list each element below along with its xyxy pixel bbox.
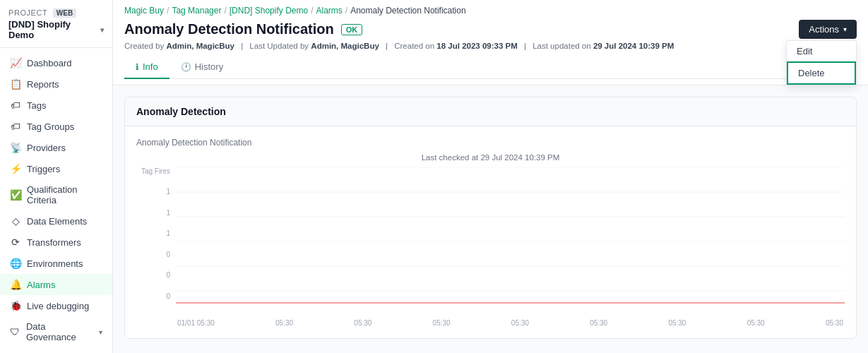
tag-groups-icon: 🏷 bbox=[10, 121, 21, 132]
alarm-card-body: Anomaly Detection Notification Last chec… bbox=[125, 126, 856, 338]
y-label-0a: 0 bbox=[166, 251, 170, 271]
sidebar-item-data-elements[interactable]: ◇ Data Elements bbox=[0, 210, 112, 232]
x-label-0: 01/01 05:30 bbox=[177, 319, 215, 327]
x-label-2: 05:30 bbox=[354, 319, 371, 327]
last-updated-by-label: Last Updated by bbox=[249, 42, 309, 50]
actions-label: Actions bbox=[809, 24, 839, 35]
sidebar-item-providers-label: Providers bbox=[27, 143, 66, 153]
action-edit[interactable]: Edit bbox=[787, 41, 856, 61]
x-label-8: 05:30 bbox=[826, 319, 843, 327]
project-header: Project WEB [DND] Shopify Demo ▾ bbox=[0, 0, 112, 48]
qualification-criteria-icon: ✅ bbox=[10, 189, 21, 201]
sidebar-item-environments-label: Environments bbox=[27, 258, 83, 269]
sidebar-item-qualification-criteria-label: Qualification Criteria bbox=[27, 184, 102, 205]
data-governance-expand-icon: ▾ bbox=[99, 328, 102, 336]
content-area: Anomaly Detection Anomaly Detection Noti… bbox=[113, 85, 868, 353]
project-name[interactable]: [DND] Shopify Demo ▾ bbox=[8, 19, 104, 40]
x-axis-labels: 01/01 05:30 05:30 05:30 05:30 05:30 05:3… bbox=[176, 319, 845, 327]
y-label-0b: 0 bbox=[166, 271, 170, 292]
page-title: Anomaly Detection Notification bbox=[124, 21, 334, 37]
sidebar-item-dashboard-label: Dashboard bbox=[27, 58, 72, 68]
tabs-row: ℹ Info 🕐 History bbox=[124, 56, 857, 79]
sidebar-item-qualification-criteria[interactable]: ✅ Qualification Criteria bbox=[0, 179, 112, 210]
breadcrumb-magic-buy[interactable]: Magic Buy bbox=[124, 6, 164, 16]
x-label-7: 05:30 bbox=[747, 319, 765, 327]
data-elements-icon: ◇ bbox=[10, 215, 21, 227]
y-label-1b: 1 bbox=[166, 209, 170, 229]
meta-sep-1: | bbox=[241, 42, 243, 50]
providers-icon: 📡 bbox=[10, 142, 21, 153]
created-on-value: 18 Jul 2023 09:33 PM bbox=[436, 42, 517, 50]
sidebar: Project WEB [DND] Shopify Demo ▾ 📈 Dashb… bbox=[0, 0, 113, 353]
last-updated-by-value: Admin, MagicBuy bbox=[311, 42, 379, 50]
sidebar-item-reports-label: Reports bbox=[27, 79, 59, 90]
sidebar-item-transformers-label: Transformers bbox=[27, 237, 81, 248]
created-by-value: Admin, MagicBuy bbox=[166, 42, 234, 50]
tags-icon: 🏷 bbox=[10, 100, 21, 111]
sidebar-item-data-governance[interactable]: 🛡 Data Governance ▾ bbox=[0, 316, 112, 347]
sidebar-item-tag-groups-label: Tag Groups bbox=[27, 121, 74, 132]
transformers-icon: ⟳ bbox=[10, 237, 21, 248]
sidebar-item-triggers-label: Triggers bbox=[27, 164, 60, 174]
tab-info[interactable]: ℹ Info bbox=[124, 56, 170, 79]
actions-chevron-icon: ▾ bbox=[843, 25, 847, 33]
chart-svg bbox=[176, 167, 845, 316]
project-label: Project bbox=[8, 8, 47, 17]
sidebar-item-live-debugging-label: Live debugging bbox=[27, 301, 89, 311]
breadcrumb-sep-1: / bbox=[167, 6, 169, 16]
reports-icon: 📋 bbox=[10, 78, 21, 90]
sidebar-item-triggers[interactable]: ⚡ Triggers bbox=[0, 158, 112, 179]
x-label-1: 05:30 bbox=[275, 319, 293, 327]
triggers-icon: ⚡ bbox=[10, 163, 21, 174]
project-label-row: Project WEB bbox=[8, 7, 104, 18]
breadcrumb-current: Anomaly Detection Notification bbox=[350, 6, 465, 16]
status-badge: OK bbox=[341, 24, 363, 35]
last-updated-value: 29 Jul 2024 10:39 PM bbox=[593, 42, 674, 50]
alarm-card-header: Anomaly Detection bbox=[125, 97, 856, 126]
top-header: Magic Buy / Tag Manager / [DND] Shopify … bbox=[113, 0, 868, 85]
sidebar-item-alarms-label: Alarms bbox=[27, 280, 55, 290]
sidebar-item-environments[interactable]: 🌐 Environments bbox=[0, 253, 112, 274]
meta-sep-3: | bbox=[524, 42, 526, 50]
chart-container: Last checked at 29 Jul 2024 10:39 PM Tag… bbox=[136, 153, 845, 327]
breadcrumb: Magic Buy / Tag Manager / [DND] Shopify … bbox=[124, 6, 857, 16]
tab-history[interactable]: 🕐 History bbox=[170, 56, 234, 79]
y-label-0c: 0 bbox=[166, 292, 170, 313]
action-delete[interactable]: Delete bbox=[787, 61, 856, 85]
x-label-3: 05:30 bbox=[433, 319, 451, 327]
sidebar-item-dashboard[interactable]: 📈 Dashboard bbox=[0, 52, 112, 73]
sidebar-item-transformers[interactable]: ⟳ Transformers bbox=[0, 232, 112, 253]
meta-row: Created by Admin, MagicBuy | Last Update… bbox=[124, 42, 857, 50]
breadcrumb-alarms[interactable]: Alarms bbox=[316, 6, 342, 16]
x-label-4: 05:30 bbox=[511, 319, 529, 327]
actions-button[interactable]: Actions ▾ bbox=[799, 20, 857, 39]
info-tab-icon: ℹ bbox=[136, 62, 139, 72]
sidebar-item-live-debugging[interactable]: 🐞 Live debugging bbox=[0, 295, 112, 316]
breadcrumb-shopify-demo[interactable]: [DND] Shopify Demo bbox=[230, 6, 308, 16]
y-label-1c: 1 bbox=[166, 229, 170, 250]
sidebar-item-providers-sub[interactable]: Providers bbox=[0, 347, 112, 353]
breadcrumb-sep-3: / bbox=[311, 6, 313, 16]
y-label-1a: 1 bbox=[166, 188, 170, 208]
sidebar-item-tag-groups[interactable]: 🏷 Tag Groups bbox=[0, 116, 112, 137]
page-title-row: Anomaly Detection Notification OK Action… bbox=[124, 20, 857, 39]
x-label-6: 05:30 bbox=[668, 319, 686, 327]
sidebar-item-providers[interactable]: 📡 Providers bbox=[0, 137, 112, 158]
environments-icon: 🌐 bbox=[10, 258, 21, 269]
sidebar-item-tags[interactable]: 🏷 Tags bbox=[0, 95, 112, 116]
data-governance-icon: 🛡 bbox=[10, 326, 20, 337]
sidebar-item-alarms[interactable]: 🔔 Alarms bbox=[0, 274, 112, 295]
breadcrumb-tag-manager[interactable]: Tag Manager bbox=[172, 6, 221, 16]
created-on-label: Created on bbox=[394, 42, 434, 50]
live-debugging-icon: 🐞 bbox=[10, 300, 21, 311]
actions-container: Actions ▾ Edit Delete bbox=[799, 20, 857, 39]
alarms-icon: 🔔 bbox=[10, 279, 21, 290]
sidebar-item-data-governance-label: Data Governance bbox=[26, 321, 93, 342]
created-by-label: Created by bbox=[124, 42, 164, 50]
project-chevron-icon: ▾ bbox=[100, 26, 104, 34]
dashboard-icon: 📈 bbox=[10, 57, 21, 68]
chart-subtitle: Last checked at 29 Jul 2024 10:39 PM bbox=[136, 153, 845, 162]
page-title-left: Anomaly Detection Notification OK bbox=[124, 21, 362, 37]
sidebar-item-reports[interactable]: 📋 Reports bbox=[0, 73, 112, 95]
chart-label: Anomaly Detection Notification bbox=[136, 138, 845, 148]
